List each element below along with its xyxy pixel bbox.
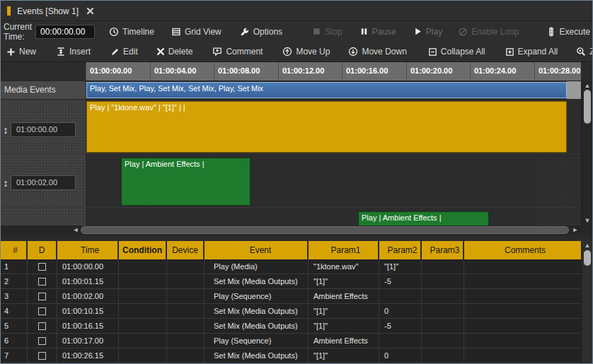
cell-device[interactable] [167,319,205,333]
disable-checkbox[interactable] [38,307,46,315]
time-ruler[interactable]: 01:00:00.00 01:00:04.00 01:00:08.00 01:0… [86,62,581,81]
cell-comments[interactable] [464,304,581,318]
cell-condition[interactable] [119,259,167,274]
cell-condition[interactable] [119,348,167,363]
delete-button[interactable]: Delete [156,47,193,57]
cell-comments[interactable] [464,334,581,348]
disable-checkbox[interactable] [38,322,46,330]
scroll-up-arrow[interactable]: ▲ [582,242,593,249]
disable-checkbox[interactable] [38,337,46,345]
tab-close-icon[interactable] [86,7,94,15]
group-summary-bar[interactable]: Play, Set Mix, Play, Set Mix, Set Mix, P… [86,82,567,98]
disable-checkbox[interactable] [38,352,46,360]
event-row[interactable]: 4 01:00:10.15 Set Mix (Media Outputs) "[… [1,304,581,319]
col-header-param1[interactable]: Param1 [309,241,379,259]
cell-param2[interactable]: -5 [379,319,422,333]
event-row[interactable]: 1 01:00:00.00 Play (Media) "1ktone.wav" … [1,259,581,274]
cell-event[interactable]: Set Mix (Media Outputs) [205,274,309,288]
cell-time[interactable]: 01:00:01.15 [57,274,119,288]
cell-param1[interactable]: "1ktone.wav" [309,259,379,274]
row-start-time-field[interactable]: 01:00:02.00 [11,175,76,190]
col-header-number[interactable]: # [1,241,28,259]
cell-device[interactable] [167,274,205,288]
cell-condition[interactable] [119,289,167,303]
tab-events-show1[interactable]: Events [Show 1] [1,1,94,21]
insert-button[interactable]: Insert [56,47,91,57]
current-time-input[interactable] [35,25,95,39]
cell-time[interactable]: 01:00:02.00 [57,289,119,303]
scroll-up-arrow[interactable]: ▲ [582,83,593,89]
cell-param2[interactable] [379,289,422,303]
event-row[interactable]: 2 01:00:01.15 Set Mix (Media Outputs) "[… [1,274,581,289]
timeline-vertical-scrollbar[interactable]: ▲ ▼ [581,81,592,225]
col-header-event[interactable]: Event [205,241,309,259]
cell-comments[interactable] [464,274,581,288]
cell-device[interactable] [167,348,205,363]
move-up-button[interactable]: Move Up [282,47,330,57]
cell-device[interactable] [167,304,205,318]
col-header-comments[interactable]: Comments [464,241,581,259]
cell-event[interactable]: Set Mix (Media Outputs) [205,304,309,318]
cell-param2[interactable]: "[1]" [379,259,422,274]
expand-all-button[interactable]: Expand All [505,47,558,57]
cell-param1[interactable]: "[1]" [309,319,379,333]
cell-comments[interactable] [464,259,581,274]
stop-button[interactable]: Stop [312,27,342,37]
cell-comments[interactable] [464,319,581,333]
col-header-condition[interactable]: Condition [119,241,167,259]
cell-time[interactable]: 01:00:26.15 [57,348,119,363]
group-row-label[interactable]: Media Events [1,81,86,100]
cell-param3[interactable] [422,348,464,363]
cell-comments[interactable] [464,348,581,363]
cell-event[interactable]: Play (Sequence) [205,289,309,303]
cell-comments[interactable] [464,289,581,303]
disable-checkbox[interactable] [38,278,46,286]
collapse-all-button[interactable]: Collapse All [428,47,485,57]
cell-param3[interactable] [422,304,464,318]
cell-time[interactable]: 01:00:17.00 [57,334,119,348]
cell-param1[interactable]: "[1]" [309,348,379,363]
cell-device[interactable] [167,259,205,274]
timeline-horizontal-scrollbar[interactable]: ◄ ► [1,225,592,235]
timeline-view-button[interactable]: Timeline [109,27,154,37]
cell-param3[interactable] [422,319,464,333]
disable-checkbox[interactable] [38,293,46,300]
event-row[interactable]: 3 01:00:02.00 Play (Sequence) Ambient Ef… [1,289,581,304]
cell-condition[interactable] [119,334,167,348]
zoom-in-button[interactable]: Zoom In [576,47,593,57]
event-row[interactable]: 6 01:00:17.00 Play (Sequence) Ambient Ef… [1,334,581,348]
event-row[interactable]: 7 01:00:26.15 Set Mix (Media Outputs) "[… [1,348,581,363]
cell-condition[interactable] [119,274,167,288]
col-header-disable[interactable]: D [28,241,57,259]
cell-device[interactable] [167,289,205,303]
disable-checkbox[interactable] [38,263,46,271]
enable-loop-button[interactable]: Enable Loop [458,27,519,37]
cell-time[interactable]: 01:00:16.15 [57,319,119,333]
cell-event[interactable]: Play (Media) [205,259,309,274]
cell-event[interactable]: Set Mix (Media Outputs) [205,348,309,363]
cell-condition[interactable] [119,319,167,333]
col-header-param3[interactable]: Param3 [422,241,464,259]
cell-time[interactable]: 01:00:10.15 [57,304,119,318]
scroll-down-arrow[interactable]: ▼ [582,218,593,224]
options-button[interactable]: Options [240,27,282,37]
grid-view-button[interactable]: Grid View [171,27,221,37]
execute-event-button[interactable]: Execute Event [546,27,593,37]
cell-event[interactable]: Play (Sequence) [205,334,309,348]
sequence-event-bar[interactable]: Play | Ambient Effects | [358,211,489,225]
cell-time[interactable]: 01:00:00.00 [57,259,119,274]
cell-param1[interactable]: Ambient Effects [309,334,379,348]
comment-button[interactable]: Comment [212,47,263,57]
scrollbar-thumb[interactable] [81,226,569,234]
media-event-bar[interactable]: Play | "1ktone.wav" | "[1]" | | [86,101,567,153]
scrollbar-thumb[interactable] [584,90,591,124]
cell-event[interactable]: Set Mix (Media Outputs) [205,319,309,333]
cell-param2[interactable] [379,334,422,348]
scroll-right-arrow[interactable]: ► [571,227,580,233]
cell-param2[interactable]: -5 [379,274,422,288]
new-button[interactable]: New [6,47,36,57]
col-header-param2[interactable]: Param2 [379,241,422,259]
cell-param1[interactable]: "[1]" [309,304,379,318]
cell-param3[interactable] [422,259,464,274]
col-header-time[interactable]: Time [57,241,119,259]
